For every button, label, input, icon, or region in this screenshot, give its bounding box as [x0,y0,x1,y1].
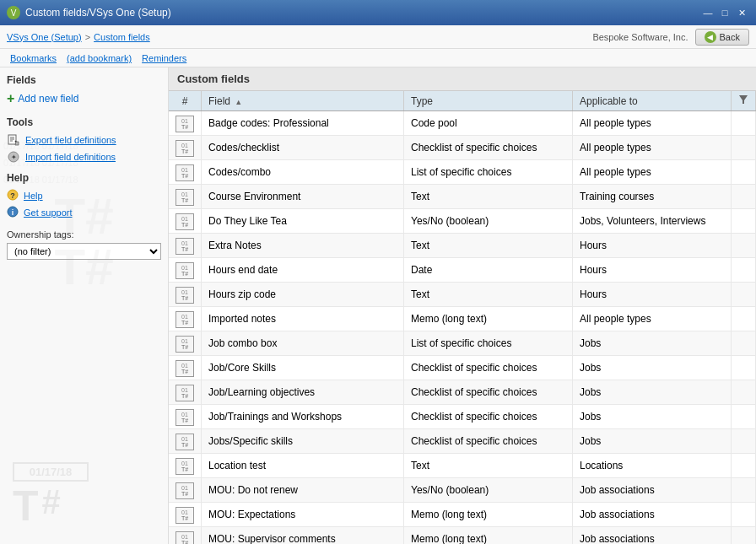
svg-marker-10 [739,95,748,104]
breadcrumb-vsys[interactable]: VSys One (Setup) [7,32,82,42]
table-row[interactable]: 01 T# Job/Core SkillsChecklist of specif… [169,356,756,380]
row-action-cell [732,160,756,185]
table-row[interactable]: 01 T# Course EnvironmentTextTraining cou… [169,185,756,209]
field-type-icon: 01 T# [176,458,194,475]
export-label: Export field definitions [25,135,116,145]
field-name-cell: Codes/checklist [202,136,404,160]
table-row[interactable]: 01 T# MOU: Do not renewYes/No (boolean)J… [169,478,756,503]
reminders-link[interactable]: Reminders [138,51,190,65]
filter-icon-header[interactable] [732,91,756,111]
field-type-icon: 01 T# [176,507,194,524]
ownership-select[interactable]: (no filter) [7,243,161,260]
row-icon-cell: 01 T# [169,527,202,545]
close-button[interactable]: ✕ [734,5,749,20]
col-applicable-header[interactable]: Applicable to [573,91,732,111]
row-action-cell [732,380,756,405]
table-row[interactable]: 01 T# MOU: Supervisor commentsMemo (long… [169,527,756,545]
get-support-button[interactable]: i Get support [7,206,161,219]
table-row[interactable]: 01 T# Extra NotesTextHours [169,234,756,258]
panel-title: Custom fields [169,67,756,91]
field-type-cell: Text [404,283,573,307]
field-type-cell: Text [404,234,573,258]
main-content: 01/17/18 01/17/1801/17/18 01/17/1801/17/… [0,67,756,544]
help-label: Help [24,191,43,201]
import-icon: ✦ [7,150,20,164]
help-icon: ? [7,189,19,202]
field-type-icon: 01 T# [176,434,194,450]
field-type-cell: Checklist of specific choices [404,136,573,160]
applicable-to-cell: Jobs [573,380,732,405]
field-type-cell: Memo (long text) [404,527,573,545]
top-bar: VSys One (Setup) > Custom fields Bespoke… [0,25,756,49]
table-row[interactable]: 01 T# Location testTextLocations [169,454,756,478]
col-field-header[interactable]: Field ▲ [202,91,404,111]
field-type-icon: 01 T# [176,360,194,377]
field-name-cell: Job/Core Skills [202,356,404,380]
field-type-cell: Checklist of specific choices [404,429,573,454]
import-field-definitions-button[interactable]: ✦ Import field definitions [7,150,161,164]
table-row[interactable]: 01 T# Job/Learning objectivesChecklist o… [169,380,756,405]
row-action-cell [732,258,756,283]
row-action-cell [732,209,756,234]
applicable-to-cell: Hours [573,258,732,283]
table-row[interactable]: 01 T# Hours zip codeTextHours [169,283,756,307]
table-row[interactable]: 01 T# Jobs/Specific skillsChecklist of s… [169,429,756,454]
applicable-to-cell: Job associations [573,478,732,503]
window-controls: — □ ✕ [700,5,749,20]
table-row[interactable]: 01 T# Do They Like TeaYes/No (boolean)Jo… [169,209,756,234]
applicable-to-cell: Hours [573,234,732,258]
table-row[interactable]: 01 T# Hours end dateDateHours [169,258,756,283]
field-name-cell: Job/Learning objectives [202,380,404,405]
breadcrumb-custom-fields[interactable]: Custom fields [94,32,150,42]
get-support-label: Get support [24,207,72,218]
tools-section-title: Tools [7,116,161,128]
field-type-icon: 01 T# [176,164,194,181]
applicable-to-cell: All people types [573,160,732,185]
row-icon-cell: 01 T# [169,111,202,136]
table-row[interactable]: 01 T# Codes/checklistChecklist of specif… [169,136,756,160]
table-row[interactable]: 01 T# Imported notesMemo (long text)All … [169,307,756,331]
table-row[interactable]: 01 T# Badge codes: ProfessionalCode pool… [169,111,756,136]
field-type-cell: Yes/No (boolean) [404,478,573,503]
field-type-icon: 01 T# [176,287,194,304]
bookmarks-link[interactable]: Bookmarks [7,51,60,65]
row-icon-cell: 01 T# [169,209,202,234]
export-field-definitions-button[interactable]: Export field definitions [7,133,161,147]
custom-fields-table: # Field ▲ Type Applicable to [169,91,756,544]
col-type-header[interactable]: Type [404,91,573,111]
field-type-icon: 01 T# [176,409,194,426]
field-name-cell: Jobs/Specific skills [202,429,404,454]
field-name-cell: MOU: Supervisor comments [202,527,404,545]
table-row[interactable]: 01 T# Codes/comboList of specific choice… [169,160,756,185]
row-icon-cell: 01 T# [169,160,202,185]
field-type-icon: 01 T# [176,531,194,544]
field-name-cell: Course Environment [202,185,404,209]
help-button[interactable]: ? Help [7,189,161,202]
applicable-to-cell: Jobs, Volunteers, Interviews [573,209,732,234]
ownership-section: Ownership tags: (no filter) [7,229,161,260]
help-section-title: Help [7,172,161,184]
add-new-field-button[interactable]: + Add new field [7,91,161,106]
applicable-to-cell: Locations [573,454,732,478]
field-type-icon: 01 T# [176,482,194,499]
minimize-button[interactable]: — [700,5,716,20]
add-icon: + [7,91,14,106]
row-icon-cell: 01 T# [169,258,202,283]
field-type-cell: Memo (long text) [404,503,573,527]
field-type-cell: Code pool [404,111,573,136]
row-icon-cell: 01 T# [169,185,202,209]
table-row[interactable]: 01 T# Job combo boxList of specific choi… [169,331,756,356]
svg-text:✦: ✦ [11,154,17,161]
back-button[interactable]: ◀ Back [695,29,749,46]
field-type-cell: Text [404,185,573,209]
field-type-cell: Checklist of specific choices [404,356,573,380]
row-action-cell [732,283,756,307]
table-row[interactable]: 01 T# MOU: ExpectationsMemo (long text)J… [169,503,756,527]
field-type-cell: List of specific choices [404,160,573,185]
maximize-button[interactable]: □ [717,5,732,20]
table-row[interactable]: 01 T# Job/Trainings and WorkshopsCheckli… [169,405,756,429]
add-bookmark-link[interactable]: (add bookmark) [63,51,135,65]
ownership-label: Ownership tags: [7,229,161,240]
field-type-icon: 01 T# [176,116,194,132]
sort-arrow: ▲ [235,98,242,106]
